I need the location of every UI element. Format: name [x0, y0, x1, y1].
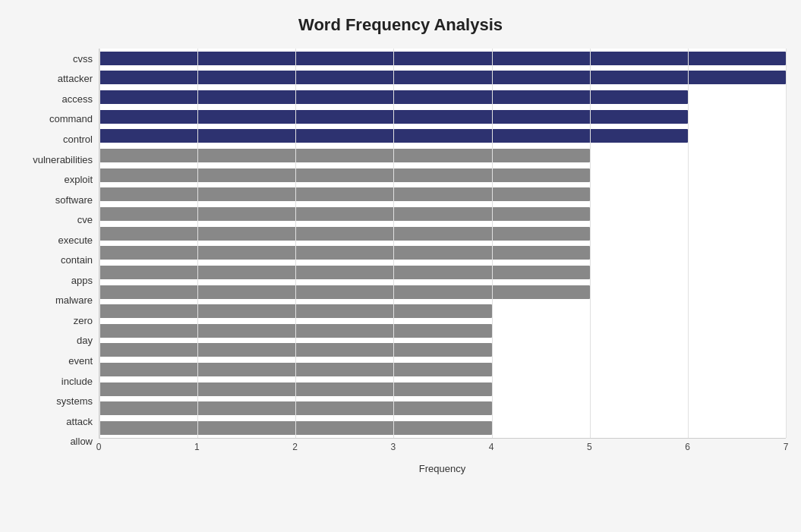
x-axis-label: Frequency — [99, 463, 786, 474]
bar-row — [99, 244, 786, 261]
bar — [99, 168, 590, 182]
bar — [99, 246, 590, 260]
bar — [99, 266, 590, 279]
y-label: malware — [55, 295, 93, 305]
bar-row — [99, 284, 786, 301]
bar — [99, 207, 590, 221]
bar-row — [99, 147, 786, 164]
y-label: exploit — [64, 175, 93, 184]
bar-row — [99, 89, 786, 105]
grid-line — [197, 49, 198, 438]
chart-title: Word Frequency Analysis — [15, 15, 786, 35]
y-label: include — [61, 376, 93, 386]
bar-row — [99, 323, 786, 339]
bar — [99, 149, 590, 162]
y-label: access — [62, 94, 93, 104]
bar-row — [99, 303, 786, 320]
bar — [99, 187, 590, 201]
grid-line — [393, 49, 394, 438]
y-label: vulnerabilities — [33, 155, 93, 165]
bar-row — [99, 225, 786, 242]
bar-row — [99, 342, 786, 358]
bar-row — [99, 381, 786, 398]
grid-line — [492, 49, 493, 438]
bars-and-x: 01234567 Frequency — [99, 49, 786, 474]
bar — [99, 52, 786, 65]
y-label: event — [68, 356, 93, 366]
x-tick: 4 — [489, 442, 494, 452]
bar-row — [99, 167, 786, 184]
y-label: cve — [77, 215, 93, 225]
y-label: day — [77, 335, 93, 345]
chart-area: cvssattackeraccesscommandcontrolvulnerab… — [15, 49, 786, 474]
y-label: systems — [56, 396, 93, 406]
bars-area — [99, 49, 786, 439]
y-label: attack — [66, 417, 93, 427]
y-label: attacker — [58, 74, 93, 83]
bar — [99, 71, 786, 84]
x-tick: 7 — [784, 442, 789, 452]
chart-container: Word Frequency Analysis cvssattackeracce… — [0, 0, 801, 532]
y-label: execute — [58, 235, 93, 245]
bar — [99, 285, 590, 299]
x-tick: 2 — [292, 442, 298, 452]
bar-row — [99, 69, 786, 86]
y-label: contain — [61, 255, 93, 265]
y-label: command — [49, 114, 93, 124]
bar-row — [99, 361, 786, 378]
bar-row — [99, 186, 786, 203]
y-label: zero — [74, 316, 93, 326]
x-tick: 3 — [391, 442, 396, 452]
bar-row — [99, 206, 786, 222]
x-tick: 5 — [587, 442, 592, 452]
grid-line — [99, 49, 100, 438]
x-tick: 6 — [685, 442, 690, 452]
x-tick: 1 — [194, 442, 200, 452]
bar-row — [99, 400, 786, 417]
bar-row — [99, 127, 786, 144]
bar-row — [99, 264, 786, 281]
y-label: cvss — [73, 54, 93, 64]
bar-row — [99, 50, 786, 67]
y-label: apps — [71, 275, 93, 285]
bar-row — [99, 109, 786, 125]
grid-line — [786, 49, 787, 438]
grid-line — [590, 49, 591, 438]
grid-line — [688, 49, 689, 438]
bar — [99, 227, 590, 241]
y-label: control — [63, 134, 93, 144]
x-tick: 0 — [96, 442, 102, 452]
y-label: software — [55, 195, 93, 205]
bar-row — [99, 420, 786, 436]
grid-line — [295, 49, 296, 438]
x-axis: 01234567 — [99, 439, 786, 461]
y-label: allow — [70, 436, 93, 446]
y-labels: cvssattackeraccesscommandcontrolvulnerab… — [15, 49, 99, 474]
